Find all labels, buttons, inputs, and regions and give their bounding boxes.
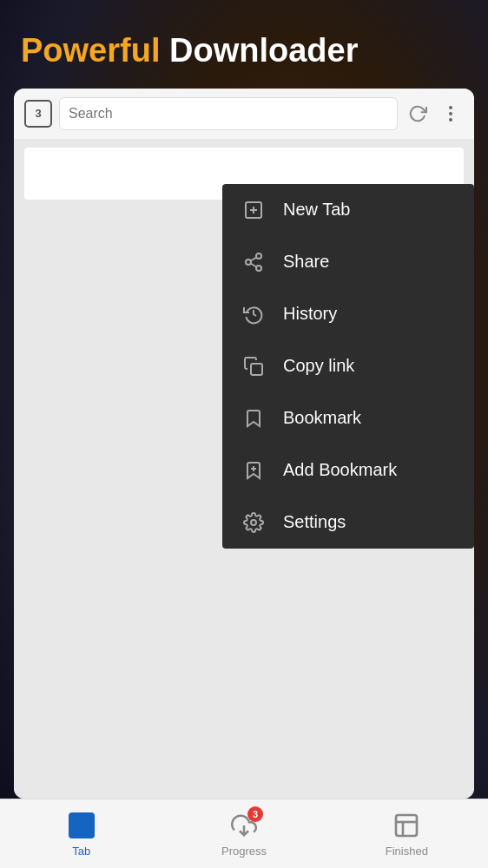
menu-label-copy-link: Copy link bbox=[283, 356, 354, 376]
svg-rect-13 bbox=[396, 815, 417, 836]
menu-item-bookmark[interactable]: Bookmark bbox=[222, 392, 474, 444]
progress-badge: 3 bbox=[247, 806, 263, 822]
bookmark-plus-icon bbox=[241, 458, 266, 483]
menu-label-settings: Settings bbox=[283, 512, 346, 532]
title-powerful: Powerful bbox=[21, 32, 160, 69]
nav-label-finished: Finished bbox=[386, 845, 428, 858]
svg-point-11 bbox=[251, 520, 256, 525]
reload-button[interactable] bbox=[405, 101, 431, 127]
browser-content: New Tab Share bbox=[14, 139, 474, 799]
three-dots-icon bbox=[449, 106, 452, 122]
svg-point-4 bbox=[246, 260, 251, 265]
history-icon bbox=[241, 302, 266, 326]
context-menu: New Tab Share bbox=[222, 184, 474, 549]
svg-line-6 bbox=[251, 263, 257, 266]
nav-item-tab[interactable]: Tab bbox=[0, 810, 162, 858]
bottom-nav: Tab 3 Progress Fin bbox=[0, 799, 488, 868]
tab-count-label: 3 bbox=[35, 107, 41, 120]
svg-point-5 bbox=[256, 266, 261, 271]
progress-icon-wrap: 3 bbox=[228, 810, 260, 841]
search-input[interactable] bbox=[69, 106, 388, 122]
menu-item-new-tab[interactable]: New Tab bbox=[222, 184, 474, 236]
nav-item-progress[interactable]: 3 Progress bbox=[162, 810, 325, 858]
menu-label-add-bookmark: Add Bookmark bbox=[283, 460, 397, 480]
browser-toolbar: 3 bbox=[14, 89, 474, 139]
svg-point-3 bbox=[256, 253, 261, 259]
nav-item-finished[interactable]: Finished bbox=[326, 810, 488, 858]
menu-item-history[interactable]: History bbox=[222, 288, 474, 340]
tab-icon-wrap bbox=[66, 810, 97, 841]
nav-label-progress: Progress bbox=[221, 845, 267, 858]
gear-icon bbox=[241, 510, 266, 535]
finished-icon-wrap bbox=[391, 810, 422, 841]
menu-label-bookmark: Bookmark bbox=[283, 408, 361, 428]
title-downloader: Downloader bbox=[169, 32, 358, 69]
browser-card: 3 bbox=[14, 89, 474, 799]
search-bar[interactable] bbox=[59, 97, 398, 130]
tab-count-box[interactable]: 3 bbox=[24, 100, 52, 128]
menu-label-new-tab: New Tab bbox=[283, 200, 350, 220]
menu-item-share[interactable]: Share bbox=[222, 236, 474, 288]
more-options-button[interactable] bbox=[438, 101, 464, 127]
svg-line-7 bbox=[251, 257, 257, 260]
svg-rect-8 bbox=[251, 364, 262, 375]
menu-item-settings[interactable]: Settings bbox=[222, 496, 474, 549]
plus-square-icon bbox=[241, 198, 266, 222]
app-title: Powerful Downloader bbox=[0, 0, 488, 89]
nav-label-tab: Tab bbox=[72, 845, 90, 858]
finished-icon bbox=[392, 812, 420, 839]
tab-icon bbox=[69, 812, 95, 838]
menu-item-add-bookmark[interactable]: Add Bookmark bbox=[222, 444, 474, 496]
share-icon bbox=[241, 250, 266, 274]
menu-item-copy-link[interactable]: Copy link bbox=[222, 340, 474, 392]
menu-label-share: Share bbox=[283, 252, 329, 272]
bookmark-icon bbox=[241, 406, 266, 431]
copy-icon bbox=[241, 354, 266, 378]
menu-label-history: History bbox=[283, 304, 337, 324]
